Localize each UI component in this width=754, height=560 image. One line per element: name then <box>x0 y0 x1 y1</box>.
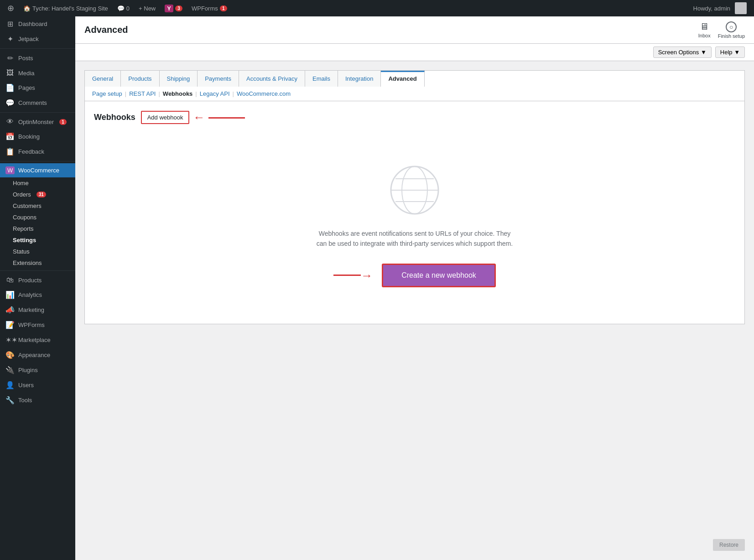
plugins-icon: 🔌 <box>5 366 15 374</box>
comments-icon: 💬 <box>5 99 15 107</box>
inbox-button[interactable]: 🖥 Inbox <box>698 21 711 38</box>
new-content[interactable]: + New <box>135 0 159 16</box>
analytics-icon: 📊 <box>5 290 15 299</box>
subnav-page-setup[interactable]: Page setup <box>92 90 122 97</box>
booking-icon: 📅 <box>5 132 15 141</box>
add-webhook-button[interactable]: Add webhook <box>141 111 190 124</box>
globe-icon <box>387 163 442 218</box>
products-icon: 🛍 <box>5 276 15 284</box>
sidebar-item-users[interactable]: 👤 Users <box>0 378 75 393</box>
tab-accounts-privacy[interactable]: Accounts & Privacy <box>239 71 305 87</box>
users-icon: 👤 <box>5 381 15 389</box>
top-bar: Advanced 🖥 Inbox ○ Finish setup <box>75 16 754 44</box>
sidebar-item-plugins[interactable]: 🔌 Plugins <box>0 363 75 378</box>
wp-logo[interactable]: ⊕ <box>4 0 18 16</box>
screen-options-bar: Screen Options ▼ Help ▼ <box>75 44 754 61</box>
sidebar-item-analytics[interactable]: 📊 Analytics <box>0 287 75 302</box>
subnav-rest-api[interactable]: REST API <box>129 90 156 97</box>
marketing-icon: 📣 <box>5 306 15 314</box>
howdy[interactable]: Howdy, admin <box>690 0 750 16</box>
subnav-webhooks[interactable]: Webhooks <box>163 90 193 97</box>
sidebar-sub-extensions[interactable]: Extensions <box>0 257 75 269</box>
tab-general[interactable]: General <box>85 71 121 87</box>
finish-setup-icon: ○ <box>726 21 737 32</box>
woocommerce-icon: W <box>5 166 15 174</box>
create-webhook-button[interactable]: Create a new webhook <box>382 264 496 287</box>
feedback-icon: 📋 <box>5 147 15 156</box>
tab-emails[interactable]: Emails <box>305 71 338 87</box>
inbox-icon: 🖥 <box>700 21 709 32</box>
sidebar-item-comments[interactable]: 💬 Comments <box>0 95 75 110</box>
sidebar-item-wpforms[interactable]: 📝 WPForms <box>0 317 75 332</box>
wpforms-bar[interactable]: WPForms 1 <box>188 0 231 16</box>
tab-payments[interactable]: Payments <box>198 71 239 87</box>
tab-advanced[interactable]: Advanced <box>381 71 424 87</box>
settings-tabs: General Products Shipping Payments Accou… <box>84 70 745 87</box>
sidebar-sub-settings[interactable]: Settings <box>0 234 75 246</box>
marketplace-icon: ✶✶ <box>5 336 15 344</box>
tab-integration[interactable]: Integration <box>338 71 381 87</box>
sidebar-item-products[interactable]: 🛍 Products <box>0 273 75 287</box>
dashboard-icon: ⊞ <box>5 20 15 28</box>
webhooks-title: Webhooks <box>94 113 135 122</box>
jetpack-icon: ✦ <box>5 35 15 43</box>
wpforms-icon: 📝 <box>5 321 15 329</box>
finish-setup-button[interactable]: ○ Finish setup <box>718 21 745 39</box>
sidebar-sub-home[interactable]: Home <box>0 177 75 189</box>
screen-options-button[interactable]: Screen Options ▼ <box>653 47 712 58</box>
sidebar-sub-orders[interactable]: Orders 31 <box>0 189 75 200</box>
yoast[interactable]: Y 3 <box>161 0 186 16</box>
arrow-line <box>208 117 245 119</box>
sidebar-sub-reports[interactable]: Reports <box>0 223 75 234</box>
sidebar-item-posts[interactable]: ✏ Posts <box>0 51 75 66</box>
sidebar-item-marketing[interactable]: 📣 Marketing <box>0 302 75 317</box>
sidebar-item-optinmonster[interactable]: 👁 OptinMonster 1 <box>0 114 75 129</box>
sidebar-item-tools[interactable]: 🔧 Tools <box>0 393 75 408</box>
pages-icon: 📄 <box>5 83 15 92</box>
tools-icon: 🔧 <box>5 396 15 404</box>
main-content: Advanced 🖥 Inbox ○ Finish setup Screen O… <box>75 16 754 560</box>
restore-button[interactable]: Restore <box>713 539 745 551</box>
tab-shipping[interactable]: Shipping <box>160 71 198 87</box>
help-button[interactable]: Help ▼ <box>715 47 745 58</box>
sub-navigation: Page setup | REST API | Webhooks | Legac… <box>84 87 745 101</box>
empty-state-text: Webhooks are event notifications sent to… <box>317 228 513 249</box>
comments-link[interactable]: 💬 0 <box>114 0 133 16</box>
optinmonster-icon: 👁 <box>5 118 15 126</box>
sidebar-item-pages[interactable]: 📄 Pages <box>0 80 75 95</box>
sidebar-item-media[interactable]: 🖼 Media <box>0 66 75 80</box>
media-icon: 🖼 <box>5 69 15 77</box>
content-area: General Products Shipping Payments Accou… <box>75 61 754 560</box>
subnav-woocommerce-com[interactable]: WooCommerce.com <box>237 90 291 97</box>
sidebar-item-woocommerce[interactable]: W WooCommerce <box>0 163 75 177</box>
sidebar-item-marketplace[interactable]: ✶✶ Marketplace <box>0 332 75 347</box>
create-btn-wrapper: → Create a new webhook <box>333 264 496 287</box>
subnav-legacy-api[interactable]: Legacy API <box>200 90 230 97</box>
sidebar-item-booking[interactable]: 📅 Booking <box>0 129 75 144</box>
sidebar-item-dashboard[interactable]: ⊞ Dashboard <box>0 16 75 31</box>
sidebar-item-jetpack[interactable]: ✦ Jetpack <box>0 31 75 47</box>
sidebar-sub-status[interactable]: Status <box>0 246 75 257</box>
webhooks-panel: Webhooks Add webhook ← <box>84 101 745 324</box>
admin-bar: ⊕ 🏠 Tyche: Handel's Staging Site 💬 0 + N… <box>0 0 754 16</box>
posts-icon: ✏ <box>5 54 15 62</box>
sidebar-item-appearance[interactable]: 🎨 Appearance <box>0 347 75 363</box>
appearance-icon: 🎨 <box>5 351 15 359</box>
sidebar-sub-coupons[interactable]: Coupons <box>0 212 75 223</box>
site-name[interactable]: 🏠 Tyche: Handel's Staging Site <box>20 0 112 16</box>
arrow-annotation-add: ← <box>193 110 205 124</box>
arrow-annotation-create: → <box>333 270 373 281</box>
sidebar-sub-customers[interactable]: Customers <box>0 200 75 212</box>
sidebar: ⊞ Dashboard ✦ Jetpack ✏ Posts 🖼 Media 📄 … <box>0 16 75 560</box>
empty-state: Webhooks are event notifications sent to… <box>94 135 735 315</box>
tab-products[interactable]: Products <box>121 71 159 87</box>
sidebar-item-feedback[interactable]: 📋 Feedback <box>0 144 75 159</box>
page-title: Advanced <box>84 25 128 35</box>
